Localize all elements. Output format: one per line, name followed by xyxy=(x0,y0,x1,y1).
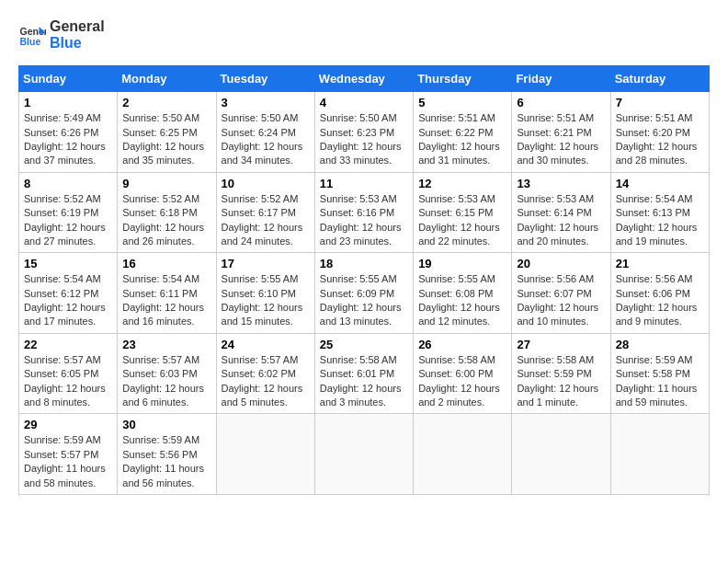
logo-text-general: General xyxy=(50,18,105,35)
day-number: 4 xyxy=(320,96,408,109)
day-info: Sunrise: 5:52 AM Sunset: 6:17 PM Dayligh… xyxy=(222,192,310,249)
sunrise-label: Sunrise: 5:52 AM xyxy=(222,193,299,204)
week-row-4: 22 Sunrise: 5:57 AM Sunset: 6:05 PM Dayl… xyxy=(19,333,710,414)
calendar-cell: 28 Sunrise: 5:59 AM Sunset: 5:58 PM Dayl… xyxy=(610,333,709,414)
day-info: Sunrise: 5:59 AM Sunset: 5:58 PM Dayligh… xyxy=(616,353,704,410)
daylight-label: Daylight: 12 hours and 16 minutes. xyxy=(122,302,204,327)
daylight-label: Daylight: 12 hours and 22 minutes. xyxy=(418,222,500,247)
sunrise-label: Sunrise: 5:58 AM xyxy=(320,354,397,365)
page-header: General Blue General Blue xyxy=(18,18,710,51)
daylight-label: Daylight: 12 hours and 3 minutes. xyxy=(320,383,402,408)
calendar-cell: 27 Sunrise: 5:58 AM Sunset: 5:59 PM Dayl… xyxy=(512,333,610,414)
day-info: Sunrise: 5:52 AM Sunset: 6:19 PM Dayligh… xyxy=(24,192,112,249)
sunrise-label: Sunrise: 5:59 AM xyxy=(616,354,693,365)
daylight-label: Daylight: 12 hours and 33 minutes. xyxy=(320,141,402,166)
day-info: Sunrise: 5:51 AM Sunset: 6:20 PM Dayligh… xyxy=(616,111,704,168)
calendar-cell: 8 Sunrise: 5:52 AM Sunset: 6:19 PM Dayli… xyxy=(19,172,118,253)
sunrise-label: Sunrise: 5:56 AM xyxy=(517,273,594,284)
day-number: 2 xyxy=(122,96,210,109)
day-info: Sunrise: 5:58 AM Sunset: 6:00 PM Dayligh… xyxy=(418,353,506,410)
day-number: 18 xyxy=(320,257,408,270)
day-info: Sunrise: 5:57 AM Sunset: 6:03 PM Dayligh… xyxy=(122,353,210,410)
sunrise-label: Sunrise: 5:55 AM xyxy=(222,273,299,284)
day-info: Sunrise: 5:57 AM Sunset: 6:02 PM Dayligh… xyxy=(222,353,310,410)
day-info: Sunrise: 5:55 AM Sunset: 6:10 PM Dayligh… xyxy=(222,272,310,329)
day-info: Sunrise: 5:55 AM Sunset: 6:08 PM Dayligh… xyxy=(418,272,506,329)
sunset-label: Sunset: 6:24 PM xyxy=(222,127,296,138)
sunset-label: Sunset: 6:19 PM xyxy=(24,207,98,218)
day-number: 1 xyxy=(24,96,112,109)
day-info: Sunrise: 5:52 AM Sunset: 6:18 PM Dayligh… xyxy=(122,192,210,249)
sunset-label: Sunset: 6:11 PM xyxy=(122,288,197,299)
sunset-label: Sunset: 5:59 PM xyxy=(517,368,591,379)
day-info: Sunrise: 5:59 AM Sunset: 5:56 PM Dayligh… xyxy=(122,433,210,490)
sunset-label: Sunset: 6:23 PM xyxy=(320,127,394,138)
sunrise-label: Sunrise: 5:50 AM xyxy=(222,112,299,123)
day-number: 27 xyxy=(517,338,605,351)
day-number: 7 xyxy=(616,96,704,109)
svg-text:Blue: Blue xyxy=(20,35,41,46)
column-header-saturday: Saturday xyxy=(610,66,709,92)
sunrise-label: Sunrise: 5:51 AM xyxy=(418,112,495,123)
calendar-cell xyxy=(414,414,512,495)
daylight-label: Daylight: 12 hours and 37 minutes. xyxy=(24,141,106,166)
week-row-3: 15 Sunrise: 5:54 AM Sunset: 6:12 PM Dayl… xyxy=(19,253,710,334)
calendar-cell: 12 Sunrise: 5:53 AM Sunset: 6:15 PM Dayl… xyxy=(414,172,512,253)
day-number: 13 xyxy=(517,177,605,190)
daylight-label: Daylight: 11 hours and 56 minutes. xyxy=(122,463,204,488)
day-info: Sunrise: 5:54 AM Sunset: 6:12 PM Dayligh… xyxy=(24,272,112,329)
calendar-cell: 3 Sunrise: 5:50 AM Sunset: 6:24 PM Dayli… xyxy=(216,92,314,173)
week-row-2: 8 Sunrise: 5:52 AM Sunset: 6:19 PM Dayli… xyxy=(19,172,710,253)
calendar-cell xyxy=(610,414,709,495)
calendar-cell: 9 Sunrise: 5:52 AM Sunset: 6:18 PM Dayli… xyxy=(118,172,216,253)
daylight-label: Daylight: 12 hours and 15 minutes. xyxy=(222,302,303,327)
sunset-label: Sunset: 5:58 PM xyxy=(616,368,690,379)
sunrise-label: Sunrise: 5:51 AM xyxy=(517,112,594,123)
sunrise-label: Sunrise: 5:51 AM xyxy=(616,112,693,123)
sunset-label: Sunset: 6:25 PM xyxy=(122,127,197,138)
day-number: 8 xyxy=(24,177,112,190)
day-number: 23 xyxy=(122,338,210,351)
calendar-cell: 20 Sunrise: 5:56 AM Sunset: 6:07 PM Dayl… xyxy=(512,253,610,334)
daylight-label: Daylight: 12 hours and 2 minutes. xyxy=(418,383,500,408)
sunrise-label: Sunrise: 5:59 AM xyxy=(122,434,199,445)
calendar-cell xyxy=(314,414,413,495)
sunset-label: Sunset: 6:21 PM xyxy=(517,127,591,138)
day-info: Sunrise: 5:54 AM Sunset: 6:11 PM Dayligh… xyxy=(122,272,210,329)
daylight-label: Daylight: 11 hours and 59 minutes. xyxy=(616,383,698,408)
day-number: 5 xyxy=(418,96,506,109)
daylight-label: Daylight: 12 hours and 9 minutes. xyxy=(616,302,698,327)
calendar-cell: 10 Sunrise: 5:52 AM Sunset: 6:17 PM Dayl… xyxy=(216,172,314,253)
daylight-label: Daylight: 12 hours and 17 minutes. xyxy=(24,302,106,327)
day-number: 6 xyxy=(517,96,605,109)
day-info: Sunrise: 5:51 AM Sunset: 6:21 PM Dayligh… xyxy=(517,111,605,168)
sunset-label: Sunset: 6:15 PM xyxy=(418,207,493,218)
sunrise-label: Sunrise: 5:58 AM xyxy=(418,354,495,365)
day-info: Sunrise: 5:50 AM Sunset: 6:24 PM Dayligh… xyxy=(222,111,310,168)
calendar-cell: 5 Sunrise: 5:51 AM Sunset: 6:22 PM Dayli… xyxy=(414,92,512,173)
daylight-label: Daylight: 12 hours and 28 minutes. xyxy=(616,141,698,166)
sunrise-label: Sunrise: 5:50 AM xyxy=(122,112,199,123)
column-header-thursday: Thursday xyxy=(414,66,512,92)
calendar-cell xyxy=(512,414,610,495)
column-header-tuesday: Tuesday xyxy=(216,66,314,92)
calendar-table: SundayMondayTuesdayWednesdayThursdayFrid… xyxy=(18,65,710,495)
sunset-label: Sunset: 6:08 PM xyxy=(418,288,493,299)
sunset-label: Sunset: 6:05 PM xyxy=(24,368,98,379)
sunrise-label: Sunrise: 5:56 AM xyxy=(616,273,693,284)
daylight-label: Daylight: 12 hours and 26 minutes. xyxy=(122,222,204,247)
day-info: Sunrise: 5:57 AM Sunset: 6:05 PM Dayligh… xyxy=(24,353,112,410)
calendar-cell: 7 Sunrise: 5:51 AM Sunset: 6:20 PM Dayli… xyxy=(610,92,709,173)
daylight-label: Daylight: 12 hours and 20 minutes. xyxy=(517,222,598,247)
day-number: 26 xyxy=(418,338,506,351)
sunset-label: Sunset: 6:06 PM xyxy=(616,288,690,299)
daylight-label: Daylight: 12 hours and 10 minutes. xyxy=(517,302,598,327)
sunrise-label: Sunrise: 5:59 AM xyxy=(24,434,101,445)
sunrise-label: Sunrise: 5:58 AM xyxy=(517,354,594,365)
day-info: Sunrise: 5:49 AM Sunset: 6:26 PM Dayligh… xyxy=(24,111,112,168)
daylight-label: Daylight: 12 hours and 30 minutes. xyxy=(517,141,598,166)
day-number: 24 xyxy=(222,338,310,351)
day-number: 3 xyxy=(222,96,310,109)
calendar-cell: 23 Sunrise: 5:57 AM Sunset: 6:03 PM Dayl… xyxy=(118,333,216,414)
sunset-label: Sunset: 6:16 PM xyxy=(320,207,394,218)
